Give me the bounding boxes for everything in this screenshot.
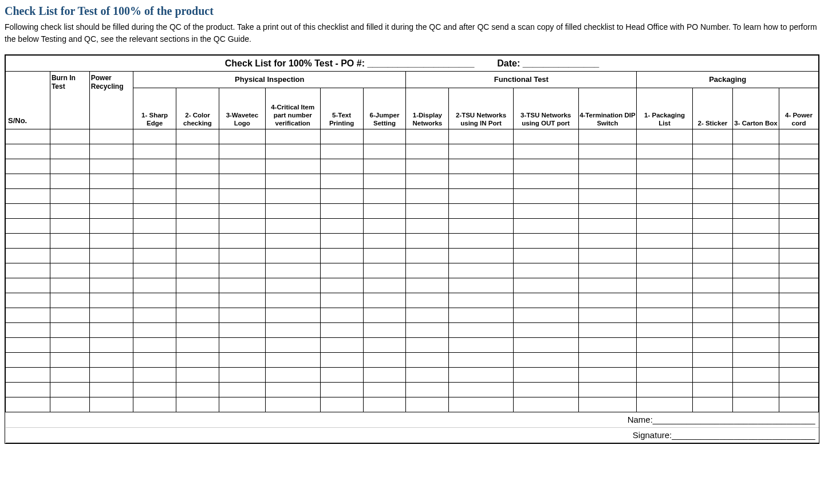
col-pk1: 1- Packaging List — [637, 88, 692, 129]
table-cell — [692, 174, 732, 188]
table-cell — [176, 308, 219, 322]
table-row — [6, 322, 819, 337]
table-cell — [578, 203, 637, 218]
table-row — [6, 308, 819, 322]
table-cell — [733, 382, 779, 397]
table-cell — [733, 337, 779, 352]
table-cell — [449, 337, 513, 352]
table-cell — [513, 233, 578, 248]
col-ft3: 3-TSU Networks using OUT port — [513, 88, 578, 129]
table-cell — [320, 263, 363, 278]
table-cell — [692, 293, 732, 308]
table-cell — [692, 382, 732, 397]
table-cell — [692, 248, 732, 263]
table-cell — [779, 322, 818, 337]
table-row — [6, 218, 819, 233]
table-cell — [363, 233, 406, 248]
table-cell — [779, 248, 818, 263]
table-cell — [320, 337, 363, 352]
table-cell — [406, 263, 449, 278]
table-cell — [219, 129, 265, 144]
table-cell — [219, 218, 265, 233]
table-cell — [89, 397, 133, 412]
table-cell — [265, 203, 320, 218]
col-power-recycling: Power Recycling — [89, 72, 133, 129]
table-cell — [692, 129, 732, 144]
table-cell — [6, 322, 50, 337]
table-cell — [637, 293, 692, 308]
table-cell — [637, 129, 692, 144]
table-cell — [692, 308, 732, 322]
table-cell — [89, 352, 133, 367]
table-cell — [176, 382, 219, 397]
table-cell — [265, 248, 320, 263]
table-cell — [219, 293, 265, 308]
table-cell — [265, 352, 320, 367]
table-cell — [513, 144, 578, 159]
table-cell — [513, 337, 578, 352]
table-row — [6, 337, 819, 352]
table-cell — [6, 308, 50, 322]
col-packaging: Packaging — [637, 72, 819, 88]
table-cell — [176, 293, 219, 308]
table-cell — [779, 263, 818, 278]
table-cell — [89, 248, 133, 263]
table-cell — [733, 159, 779, 174]
table-cell — [133, 248, 176, 263]
table-cell — [133, 397, 176, 412]
table-row — [6, 397, 819, 412]
table-cell — [406, 233, 449, 248]
table-cell — [50, 263, 89, 278]
table-cell — [50, 352, 89, 367]
table-cell — [219, 263, 265, 278]
table-cell — [176, 352, 219, 367]
table-cell — [133, 144, 176, 159]
table-cell — [513, 293, 578, 308]
table-cell — [692, 218, 732, 233]
table-cell — [6, 337, 50, 352]
table-cell — [50, 159, 89, 174]
table-cell — [50, 218, 89, 233]
col-sno: S/No. — [6, 72, 50, 129]
table-cell — [637, 218, 692, 233]
table-cell — [265, 263, 320, 278]
table-cell — [363, 188, 406, 203]
table-cell — [513, 308, 578, 322]
table-cell — [637, 144, 692, 159]
table-cell — [320, 144, 363, 159]
table-cell — [578, 218, 637, 233]
table-cell — [176, 129, 219, 144]
table-cell — [449, 278, 513, 293]
col-pk4: 4- Power cord — [779, 88, 818, 129]
table-cell — [779, 174, 818, 188]
table-cell — [692, 203, 732, 218]
table-cell — [513, 278, 578, 293]
table-cell — [6, 188, 50, 203]
table-cell — [6, 367, 50, 382]
table-cell — [320, 322, 363, 337]
table-cell — [50, 203, 89, 218]
table-cell — [637, 337, 692, 352]
table-cell — [320, 397, 363, 412]
table-cell — [692, 159, 732, 174]
table-cell — [320, 382, 363, 397]
table-cell — [133, 337, 176, 352]
table-cell — [50, 278, 89, 293]
table-cell — [449, 203, 513, 218]
table-cell — [733, 397, 779, 412]
table-cell — [133, 203, 176, 218]
table-cell — [89, 293, 133, 308]
table-cell — [578, 129, 637, 144]
table-cell — [219, 248, 265, 263]
table-cell — [578, 278, 637, 293]
table-cell — [578, 308, 637, 322]
table-cell — [578, 397, 637, 412]
table-cell — [89, 159, 133, 174]
table-cell — [133, 188, 176, 203]
table-cell — [50, 322, 89, 337]
table-cell — [176, 203, 219, 218]
table-cell — [779, 188, 818, 203]
table-cell — [363, 248, 406, 263]
table-cell — [637, 308, 692, 322]
table-cell — [578, 144, 637, 159]
